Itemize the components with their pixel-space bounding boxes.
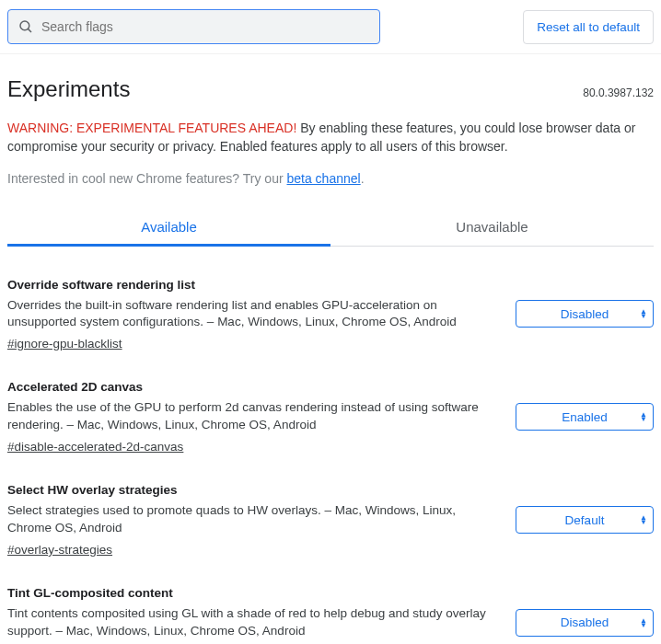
flag-desc: Enables the use of the GPU to perform 2d… <box>7 399 493 434</box>
flag-title: Tint GL-composited content <box>7 586 493 600</box>
flag-control: Disabled ▲▼ <box>516 278 654 351</box>
select-stepper-icon: ▲▼ <box>640 412 647 421</box>
select-stepper-icon: ▲▼ <box>640 309 647 318</box>
version-text: 80.0.3987.132 <box>583 86 654 99</box>
flag-title: Accelerated 2D canvas <box>7 380 493 394</box>
flag-item: Override software rendering list Overrid… <box>7 254 654 357</box>
flag-item: Tint GL-composited content Tint contents… <box>7 562 654 644</box>
tab-available[interactable]: Available <box>7 210 330 246</box>
flag-hash-link[interactable]: #disable-accelerated-2d-canvas <box>7 440 183 454</box>
flag-select-value: Default <box>565 513 605 527</box>
reset-all-button[interactable]: Reset all to default <box>523 10 654 44</box>
content: Experiments 80.0.3987.132 WARNING: EXPER… <box>0 54 661 644</box>
beta-channel-link[interactable]: beta channel <box>286 171 360 186</box>
flag-select-value: Enabled <box>562 410 608 424</box>
flag-text: Tint GL-composited content Tint contents… <box>7 586 493 644</box>
warning-text: WARNING: EXPERIMENTAL FEATURES AHEAD! By… <box>7 119 654 156</box>
flag-control: Disabled ▲▼ <box>516 586 654 644</box>
flag-select[interactable]: Disabled ▲▼ <box>516 609 654 637</box>
interest-suffix: . <box>361 171 365 186</box>
svg-line-1 <box>28 29 31 32</box>
title-row: Experiments 80.0.3987.132 <box>7 76 654 102</box>
flag-select-value: Disabled <box>561 615 609 629</box>
flag-select-value: Disabled <box>561 307 609 321</box>
flag-item: Select HW overlay strategies Select stra… <box>7 459 654 562</box>
beta-channel-line: Interested in cool new Chrome features? … <box>7 171 654 186</box>
search-input[interactable] <box>41 19 370 34</box>
search-icon <box>17 18 34 35</box>
flag-title: Override software rendering list <box>7 278 493 292</box>
warning-prefix: WARNING: EXPERIMENTAL FEATURES AHEAD! <box>7 121 296 135</box>
tabs: Available Unavailable <box>7 210 654 247</box>
svg-point-0 <box>20 21 29 30</box>
tab-unavailable[interactable]: Unavailable <box>330 210 654 246</box>
flag-text: Select HW overlay strategies Select stra… <box>7 483 493 557</box>
flag-desc: Overrides the built-in software renderin… <box>7 297 493 332</box>
flag-item: Accelerated 2D canvas Enables the use of… <box>7 356 654 459</box>
page-title: Experiments <box>7 76 130 102</box>
flag-select[interactable]: Default ▲▼ <box>516 506 654 534</box>
interest-prefix: Interested in cool new Chrome features? … <box>7 171 286 186</box>
flag-desc: Tint contents composited using GL with a… <box>7 605 493 640</box>
flag-text: Accelerated 2D canvas Enables the use of… <box>7 380 493 454</box>
topbar: Reset all to default <box>0 0 661 54</box>
flag-desc: Select strategies used to promote quads … <box>7 502 493 537</box>
search-box[interactable] <box>7 9 380 44</box>
flag-hash-link[interactable]: #overlay-strategies <box>7 543 112 557</box>
select-stepper-icon: ▲▼ <box>640 618 647 627</box>
flag-hash-link[interactable]: #ignore-gpu-blacklist <box>7 337 122 351</box>
flag-title: Select HW overlay strategies <box>7 483 493 497</box>
flag-text: Override software rendering list Overrid… <box>7 278 493 351</box>
flags-list: Override software rendering list Overrid… <box>7 247 654 644</box>
flag-control: Enabled ▲▼ <box>516 380 654 454</box>
select-stepper-icon: ▲▼ <box>640 515 647 524</box>
flag-select[interactable]: Enabled ▲▼ <box>516 403 654 431</box>
flag-control: Default ▲▼ <box>516 483 654 557</box>
flag-select[interactable]: Disabled ▲▼ <box>516 300 654 328</box>
